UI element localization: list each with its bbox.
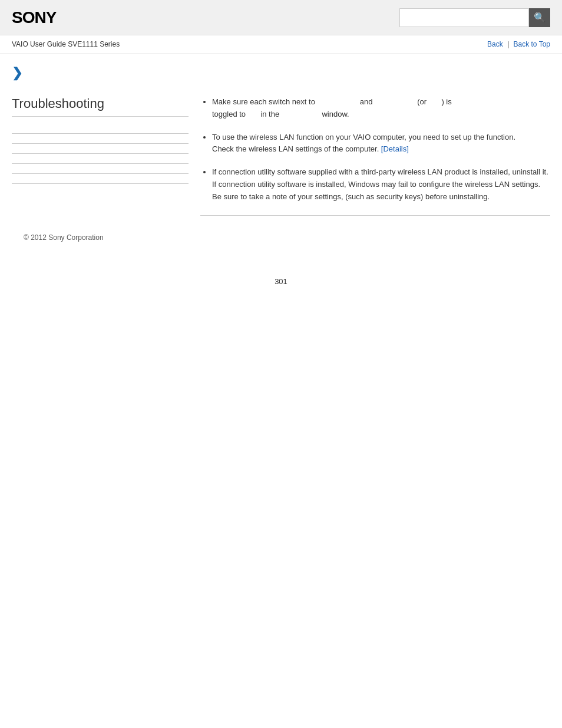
details-link[interactable]: [Details] [381, 144, 409, 153]
main-content: ❯ Troubleshooting Make sure each switch … [0, 54, 562, 253]
back-link[interactable]: Back [487, 40, 503, 48]
nav-links: Back | Back to Top [487, 40, 550, 48]
copyright-text: © 2012 Sony Corporation [24, 233, 104, 242]
bullet-list: Make sure each switch next to and (or ) … [200, 96, 550, 203]
content-columns: Troubleshooting Make sure each switch ne… [12, 96, 550, 216]
sidebar-link-5[interactable] [12, 164, 189, 174]
bullet-3-text-1: If connection utility software supplied … [212, 167, 548, 176]
sidebar-link-3[interactable] [12, 144, 189, 154]
breadcrumb: VAIO User Guide SVE1111 Series [12, 40, 120, 48]
sidebar-link-6[interactable] [12, 174, 189, 184]
search-button[interactable]: 🔍 [529, 8, 550, 27]
footer: © 2012 Sony Corporation [12, 233, 550, 242]
bullet-3-text-2: If connection utility software is instal… [212, 180, 540, 201]
nav-bar: VAIO User Guide SVE1111 Series Back | Ba… [0, 35, 562, 54]
page-number: 301 [0, 277, 562, 298]
left-sidebar: Troubleshooting [12, 96, 189, 216]
chevron-icon: ❯ [12, 65, 22, 81]
content-divider [200, 215, 550, 216]
sony-logo: SONY [12, 8, 56, 27]
list-item-3: If connection utility software supplied … [212, 166, 550, 203]
back-to-top-link[interactable]: Back to Top [514, 40, 550, 48]
bullet-2-text-1: To use the wireless LAN function on your… [212, 133, 515, 141]
nav-separator: | [507, 40, 509, 48]
bullet-2-text-2: Check the wireless LAN settings of the c… [212, 144, 381, 153]
sidebar-link-2[interactable] [12, 134, 189, 144]
list-item-1: Make sure each switch next to and (or ) … [212, 96, 550, 121]
list-item-2: To use the wireless LAN function on your… [212, 131, 550, 156]
search-input[interactable] [399, 8, 529, 27]
section-title: Troubleshooting [12, 96, 189, 117]
search-icon: 🔍 [534, 12, 546, 23]
right-content: Make sure each switch next to and (or ) … [200, 96, 550, 216]
bullet-1-text: Make sure each switch next to and (or ) … [212, 97, 452, 118]
sidebar-link-1[interactable] [12, 124, 189, 134]
search-area: 🔍 [399, 8, 550, 27]
sidebar-link-4[interactable] [12, 154, 189, 164]
page-header: SONY 🔍 [0, 0, 562, 35]
